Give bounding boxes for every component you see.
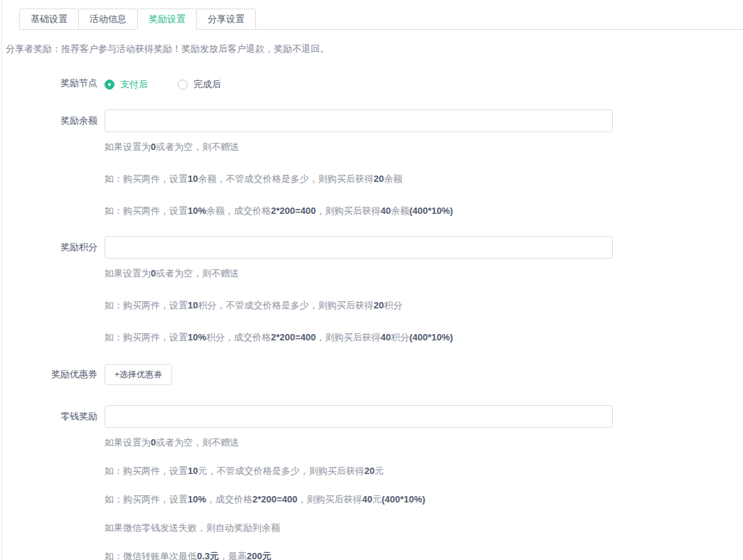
reward-balance-label: 奖励余额 xyxy=(0,109,97,217)
radio-selected-icon xyxy=(105,80,114,90)
reward-balance-row: 奖励余额 如果设置为0或者为空，则不赠送 如：购买两件，设置10余额，不管成交价… xyxy=(0,109,743,217)
reward-points-help-2: 如：购买两件，设置10积分，不管成交价格是多少，则购买后获得20积分 xyxy=(105,299,743,312)
tab-bar: 基础设置 活动信息 奖励设置 分享设置 xyxy=(19,9,743,30)
cash-reward-help-3: 如：购买两件，设置10%，成交价格2*200=400，则购买后获得40元(400… xyxy=(105,493,743,506)
reward-node-radio-group: 支付后 完成后 xyxy=(105,76,743,91)
sharer-reward-description: 分享者奖励：推荐客户参与活动获得奖励！奖励发放后客户退款，奖励不退回。 xyxy=(6,43,743,55)
tab-reward-settings[interactable]: 奖励设置 xyxy=(137,9,197,30)
reward-balance-help-2: 如：购买两件，设置10余额，不管成交价格是多少，则购买后获得20余额 xyxy=(105,173,743,185)
page-left-border xyxy=(1,0,2,560)
reward-points-label: 奖励积分 xyxy=(0,236,97,344)
radio-after-payment-label: 支付后 xyxy=(120,78,148,91)
reward-points-input[interactable] xyxy=(105,236,613,259)
reward-balance-help-1: 如果设置为0或者为空，则不赠送 xyxy=(105,141,743,154)
cash-reward-help-2: 如：购买两件，设置10元，不管成交价格是多少，则购买后获得20元 xyxy=(105,465,743,478)
radio-after-payment[interactable]: 支付后 xyxy=(105,78,148,91)
tab-share-settings[interactable]: 分享设置 xyxy=(196,9,256,30)
cash-reward-label: 零钱奖励 xyxy=(0,405,97,560)
cash-reward-input[interactable] xyxy=(105,405,613,428)
reward-balance-help-3: 如：购买两件，设置10%余额，成交价格2*200=400，则购买后获得40余额(… xyxy=(105,205,743,217)
cash-reward-help-1: 如果设置为0或者为空，则不赠送 xyxy=(105,436,743,449)
reward-settings-form: 奖励节点 支付后 完成后 奖励余额 如果设置为0或者为空，则不赠送 如：购买两件… xyxy=(0,76,743,560)
select-coupon-button[interactable]: +选择优惠券 xyxy=(105,364,172,385)
reward-node-label: 奖励节点 xyxy=(0,76,97,91)
reward-balance-input[interactable] xyxy=(105,109,613,132)
reward-coupon-row: 奖励优惠券 +选择优惠券 xyxy=(0,364,743,385)
reward-points-help-3: 如：购买两件，设置10%积分，成交价格2*200=400，则购买后获得40积分(… xyxy=(105,331,743,344)
reward-coupon-label: 奖励优惠券 xyxy=(0,364,97,385)
cash-reward-row: 零钱奖励 如果设置为0或者为空，则不赠送 如：购买两件，设置10元，不管成交价格… xyxy=(0,405,743,560)
radio-after-completion[interactable]: 完成后 xyxy=(178,78,221,91)
cash-reward-help-5: 如：微信转账单次最低0.3元，最高200元 xyxy=(105,550,743,560)
cash-reward-help-4: 如果微信零钱发送失败，则自动奖励到余额 xyxy=(105,522,743,534)
radio-after-completion-label: 完成后 xyxy=(193,78,221,91)
reward-points-row: 奖励积分 如果设置为0或者为空，则不赠送 如：购买两件，设置10积分，不管成交价… xyxy=(0,236,743,344)
tab-activity-info[interactable]: 活动信息 xyxy=(78,9,138,30)
reward-points-help-1: 如果设置为0或者为空，则不赠送 xyxy=(105,267,743,280)
radio-unselected-icon xyxy=(178,80,188,90)
tab-basic-settings[interactable]: 基础设置 xyxy=(19,9,79,30)
reward-node-row: 奖励节点 支付后 完成后 xyxy=(0,76,743,91)
